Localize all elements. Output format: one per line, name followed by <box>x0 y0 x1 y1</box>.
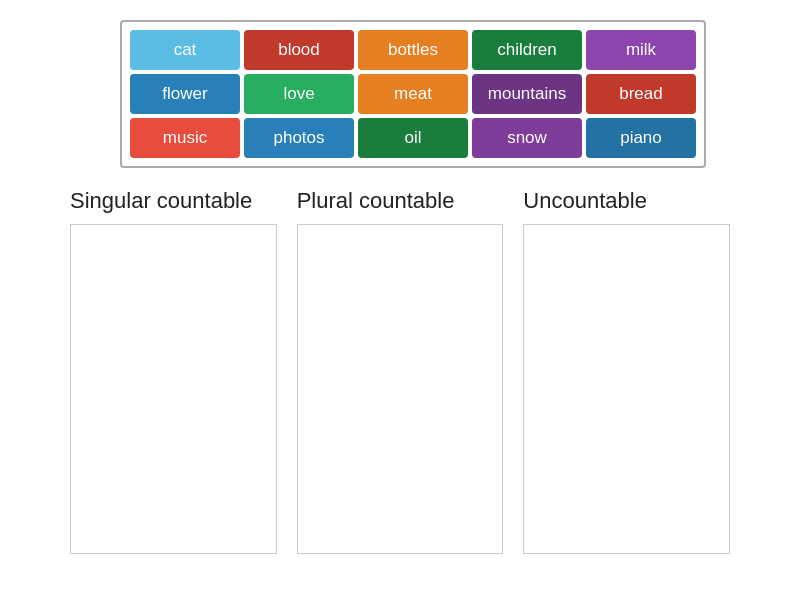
category-title: Plural countable <box>297 188 504 214</box>
category-drop-zone[interactable] <box>297 224 504 554</box>
word-tile[interactable]: piano <box>586 118 696 158</box>
categories-section: Singular countablePlural countableUncoun… <box>40 188 760 554</box>
category-column: Uncountable <box>513 188 740 554</box>
word-tile[interactable]: music <box>130 118 240 158</box>
word-tile[interactable]: bread <box>586 74 696 114</box>
word-tile[interactable]: photos <box>244 118 354 158</box>
category-column: Plural countable <box>287 188 514 554</box>
category-column: Singular countable <box>60 188 287 554</box>
word-tile[interactable]: mountains <box>472 74 582 114</box>
tiles-wrapper: catbloodbottleschildrenmilkflowerlovemea… <box>120 20 706 168</box>
tiles-grid: catbloodbottleschildrenmilkflowerlovemea… <box>130 30 696 158</box>
word-tile[interactable]: snow <box>472 118 582 158</box>
word-tile[interactable]: love <box>244 74 354 114</box>
word-tile[interactable]: oil <box>358 118 468 158</box>
category-title: Singular countable <box>70 188 277 214</box>
word-tile[interactable]: meat <box>358 74 468 114</box>
category-drop-zone[interactable] <box>523 224 730 554</box>
word-tile[interactable]: flower <box>130 74 240 114</box>
page-container: catbloodbottleschildrenmilkflowerlovemea… <box>0 0 800 574</box>
category-drop-zone[interactable] <box>70 224 277 554</box>
word-tile[interactable]: milk <box>586 30 696 70</box>
word-tile[interactable]: blood <box>244 30 354 70</box>
word-tile[interactable]: cat <box>130 30 240 70</box>
category-title: Uncountable <box>523 188 730 214</box>
word-tile[interactable]: bottles <box>358 30 468 70</box>
word-tile[interactable]: children <box>472 30 582 70</box>
